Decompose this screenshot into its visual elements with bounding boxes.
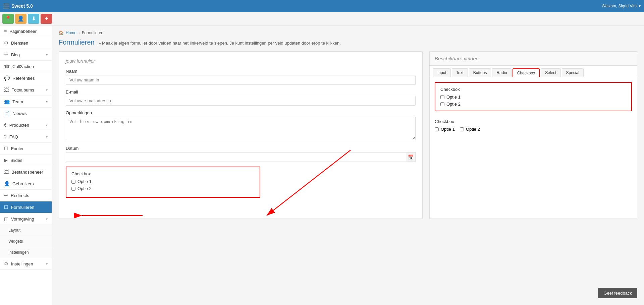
tab-radio[interactable]: Radio bbox=[492, 68, 511, 77]
page-subtitle: » Maak je eigen formulier door velden na… bbox=[98, 41, 341, 46]
sidebar-item-footer[interactable]: ☐Footer bbox=[0, 143, 52, 155]
chevron-icon: ▾ bbox=[46, 100, 48, 104]
sidebar-item-gebruikers[interactable]: 👤Gebruikers bbox=[0, 178, 52, 190]
right-panel-title: Beschikbare velden bbox=[430, 52, 637, 66]
form-checkbox-2[interactable] bbox=[71, 187, 75, 191]
fotoalbums-icon: 🖼 bbox=[4, 87, 9, 93]
tabs-bar: Input Text Buttons Radio Checkbox Select… bbox=[430, 66, 637, 77]
field-checkbox-opt-1[interactable] bbox=[440, 95, 444, 99]
field-normal-checkbox-2[interactable] bbox=[460, 127, 464, 131]
user-name: Sigrid Vink bbox=[619, 4, 638, 8]
vormgeving-submenu: Layout Widgets Instellingen bbox=[0, 225, 52, 258]
naam-label: Naam bbox=[66, 69, 416, 74]
sidebar-item-layout[interactable]: Layout bbox=[0, 225, 52, 236]
tab-input[interactable]: Input bbox=[433, 68, 451, 77]
field-normal-label-2: Optie 2 bbox=[466, 127, 480, 132]
sidebar-item-faq[interactable]: ?FAQ ▾ bbox=[0, 131, 52, 143]
sidebar-item-producten[interactable]: €Producten ▾ bbox=[0, 119, 52, 131]
calendar-icon[interactable]: 📅 bbox=[406, 152, 416, 162]
sidebar-item-instellingen[interactable]: ⚙Instellingen ▾ bbox=[0, 258, 52, 270]
chevron-icon: ▾ bbox=[46, 123, 48, 127]
breadcrumb-sep: › bbox=[78, 30, 80, 35]
datum-field-group: Datum 📅 bbox=[66, 146, 416, 162]
sidebar-item-diensten[interactable]: ⚙Diensten bbox=[0, 37, 52, 49]
datum-input[interactable] bbox=[66, 152, 416, 162]
sidebar-item-fotoalbums[interactable]: 🖼Fotoalbums ▾ bbox=[0, 84, 52, 96]
sidebar-label: Blog bbox=[11, 52, 20, 57]
tab-buttons[interactable]: Buttons bbox=[469, 68, 491, 77]
user-button[interactable]: 👤 bbox=[15, 14, 26, 24]
datum-input-wrapper: 📅 bbox=[66, 152, 416, 162]
sidebar-item-bestandsbeheer[interactable]: 🖼Bestandsbeheer bbox=[0, 166, 52, 178]
blog-icon: ☰ bbox=[4, 52, 8, 57]
sidebar-item-vormgeving[interactable]: ◫Vormgeving ▾ bbox=[0, 213, 52, 225]
field-option-1: Optie 1 bbox=[440, 95, 626, 100]
opmerkingen-field-group: Opmerkingen bbox=[66, 110, 416, 141]
call2action-icon: ☎ bbox=[4, 64, 10, 69]
diensten-icon: ⚙ bbox=[4, 40, 8, 46]
opmerkingen-textarea[interactable] bbox=[66, 117, 416, 140]
share-button[interactable]: ✦ bbox=[41, 14, 52, 24]
vormgeving-icon: ◫ bbox=[4, 216, 8, 222]
field-checkbox-opt-2[interactable] bbox=[440, 102, 444, 106]
sidebar-item-instellingen-v[interactable]: Instellingen bbox=[0, 247, 52, 258]
form-checkbox-title: Checkbox bbox=[71, 171, 255, 176]
sidebar-label: Widgets bbox=[8, 239, 23, 244]
form-panel: jouw formulier Naam E-mail Opmerkingen D… bbox=[59, 51, 423, 219]
nieuws-icon: 📄 bbox=[4, 111, 10, 116]
menu-icon[interactable] bbox=[3, 4, 9, 8]
app-logo: Sweet 5.0 bbox=[3, 3, 33, 9]
sidebar-item-nieuws[interactable]: 📄Nieuws bbox=[0, 108, 52, 119]
sidebar-label: Nieuws bbox=[12, 111, 27, 116]
faq-icon: ? bbox=[4, 134, 7, 139]
tab-checkbox[interactable]: Checkbox bbox=[513, 68, 540, 77]
form-checkbox-option-1: Optie 1 bbox=[71, 179, 255, 184]
sidebar-label: Formulieren bbox=[11, 205, 34, 210]
sidebar-item-redirects[interactable]: ↩Redirects bbox=[0, 190, 52, 201]
naam-field-group: Naam bbox=[66, 69, 416, 85]
sidebar-label: Vormgeving bbox=[11, 217, 34, 222]
sidebar-item-paginabeheer[interactable]: ≡Paginabeheer bbox=[0, 25, 52, 37]
right-panel-content: Checkbox Optie 1 Optie 2 bbox=[430, 77, 637, 139]
download-button[interactable]: ⬇ bbox=[28, 14, 39, 24]
field-normal-label-1: Optie 1 bbox=[441, 127, 455, 132]
sidebar-label: Slides bbox=[10, 158, 22, 163]
tab-text[interactable]: Text bbox=[452, 68, 468, 77]
map-marker-button[interactable]: 📍 bbox=[2, 14, 14, 24]
producten-icon: € bbox=[4, 122, 7, 128]
user-greeting: Welkom, bbox=[602, 4, 617, 8]
sidebar-item-referenties[interactable]: 💬Referenties bbox=[0, 72, 52, 84]
field-checkbox-highlighted-options: Optie 1 Optie 2 bbox=[440, 95, 626, 107]
field-normal-checkbox-1[interactable] bbox=[435, 127, 439, 131]
form-checkbox-label-1: Optie 1 bbox=[77, 179, 92, 184]
field-checkbox-normal: Checkbox Optie 1 Optie 2 bbox=[435, 116, 632, 134]
form-checkbox-box: Checkbox Optie 1 Optie 2 bbox=[66, 167, 260, 198]
chevron-icon: ▾ bbox=[46, 88, 48, 92]
field-normal-option-2: Optie 2 bbox=[460, 127, 480, 132]
chevron-icon: ▾ bbox=[46, 135, 48, 139]
footer-icon: ☐ bbox=[4, 146, 8, 151]
form-panel-title: jouw formulier bbox=[66, 58, 416, 64]
breadcrumb-home[interactable]: Home bbox=[66, 30, 76, 35]
sidebar-item-formulieren[interactable]: ☐Formulieren bbox=[0, 201, 52, 213]
chevron-icon: ▾ bbox=[46, 217, 48, 221]
sidebar-label: Bestandsbeheer bbox=[11, 170, 43, 175]
sidebar-label: Producten bbox=[9, 123, 29, 128]
two-column-layout: jouw formulier Naam E-mail Opmerkingen D… bbox=[59, 51, 637, 219]
feedback-button[interactable]: Geef feedback bbox=[598, 288, 637, 298]
sidebar-item-call2action[interactable]: ☎Call2action bbox=[0, 61, 52, 72]
sidebar: ≡Paginabeheer ⚙Diensten ☰Blog ▾ ☎Call2ac… bbox=[0, 25, 52, 305]
form-checkbox-1[interactable] bbox=[71, 180, 75, 184]
tab-special[interactable]: Special bbox=[562, 68, 584, 77]
sidebar-label: Paginabeheer bbox=[9, 29, 37, 34]
sidebar-item-widgets[interactable]: Widgets bbox=[0, 236, 52, 247]
sidebar-label: Layout bbox=[8, 228, 20, 233]
redirects-icon: ↩ bbox=[4, 193, 8, 198]
sidebar-item-blog[interactable]: ☰Blog ▾ bbox=[0, 49, 52, 61]
tab-select[interactable]: Select bbox=[541, 68, 560, 77]
sidebar-item-team[interactable]: 👥Team ▾ bbox=[0, 96, 52, 108]
naam-input[interactable] bbox=[66, 75, 416, 85]
icon-toolbar: 📍 👤 ⬇ ✦ bbox=[0, 12, 644, 25]
sidebar-item-slides[interactable]: ▶Slides bbox=[0, 155, 52, 166]
email-input[interactable] bbox=[66, 96, 416, 106]
